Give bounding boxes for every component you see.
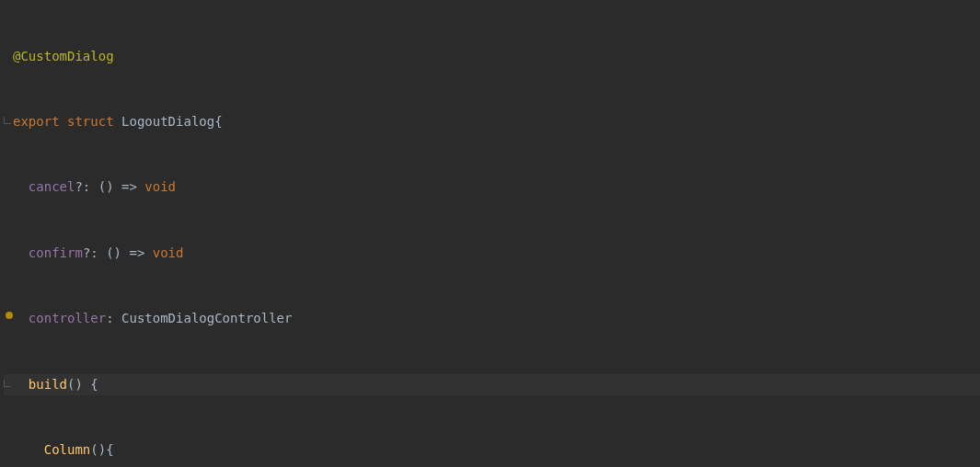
code-line[interactable]: @CustomDialog [4,46,980,68]
brace: { [214,114,222,129]
code-line[interactable]: controller: CustomDialogController [4,308,980,330]
fn-column: Column [44,442,91,457]
code-line-active[interactable]: build() { [4,374,980,396]
type-name: CustomDialogController [121,311,292,325]
punct: ?: [75,179,90,194]
code-editor[interactable]: @CustomDialog export struct LogoutDialog… [0,0,980,467]
sig: () => [90,179,144,194]
punct: () [67,377,83,392]
struct-name: LogoutDialog [121,114,214,129]
sig: () => [98,245,153,260]
gutter-warning-icon[interactable] [6,312,13,319]
code-line[interactable]: Column(){ [4,439,980,461]
prop-confirm: confirm [29,245,83,260]
kw-void: void [153,245,184,260]
code-line[interactable]: cancel?: () => void [4,177,980,199]
punct: : [106,311,113,325]
fold-indicator-icon[interactable] [4,380,11,387]
brace: { [83,377,98,392]
prop-cancel: cancel [29,179,75,194]
punct: ?: [83,245,98,260]
kw-void: void [144,179,176,194]
kw-struct: struct [67,114,114,129]
annotation: @CustomDialog [13,49,114,63]
fold-indicator-icon[interactable] [4,117,11,124]
code-line[interactable]: export struct LogoutDialog{ [4,111,980,133]
fn-build: build [29,377,67,392]
punct: (){ [90,442,113,457]
code-line[interactable]: confirm?: () => void [4,243,980,265]
kw-export: export [13,114,60,129]
prop-controller: controller [29,311,106,325]
